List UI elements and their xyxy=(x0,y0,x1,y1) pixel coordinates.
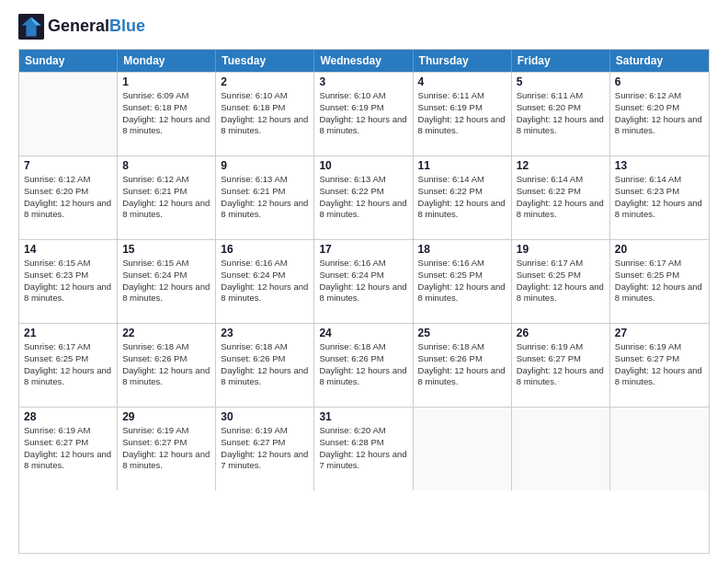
calendar: SundayMondayTuesdayWednesdayThursdayFrid… xyxy=(18,49,710,554)
calendar-cell: 22Sunrise: 6:18 AMSunset: 6:26 PMDayligh… xyxy=(118,324,216,407)
calendar-cell: 24Sunrise: 6:18 AMSunset: 6:26 PMDayligh… xyxy=(314,324,413,407)
day-number: 23 xyxy=(221,327,309,339)
day-number: 14 xyxy=(24,243,112,256)
weekday-header-tuesday: Tuesday xyxy=(216,50,314,72)
day-info: Sunrise: 6:14 AMSunset: 6:23 PMDaylight:… xyxy=(615,174,704,221)
day-info: Sunrise: 6:10 AMSunset: 6:19 PMDaylight:… xyxy=(319,90,407,137)
day-number: 7 xyxy=(24,159,112,172)
calendar-cell: 1Sunrise: 6:09 AMSunset: 6:18 PMDaylight… xyxy=(118,73,216,155)
day-info: Sunrise: 6:20 AMSunset: 6:28 PMDaylight:… xyxy=(319,425,407,472)
calendar-cell: 31Sunrise: 6:20 AMSunset: 6:28 PMDayligh… xyxy=(314,408,413,490)
day-number: 6 xyxy=(615,75,704,88)
day-number: 17 xyxy=(319,243,407,256)
logo: GeneralBlue xyxy=(18,14,145,40)
calendar-cell: 18Sunrise: 6:16 AMSunset: 6:25 PMDayligh… xyxy=(414,240,512,323)
day-number: 18 xyxy=(418,243,506,256)
day-info: Sunrise: 6:14 AMSunset: 6:22 PMDaylight:… xyxy=(418,174,506,221)
day-info: Sunrise: 6:17 AMSunset: 6:25 PMDaylight:… xyxy=(615,258,704,304)
header: GeneralBlue xyxy=(18,14,710,40)
day-info: Sunrise: 6:13 AMSunset: 6:22 PMDaylight:… xyxy=(319,174,407,221)
day-info: Sunrise: 6:19 AMSunset: 6:27 PMDaylight:… xyxy=(517,341,605,388)
day-number: 22 xyxy=(122,327,210,339)
calendar-cell: 16Sunrise: 6:16 AMSunset: 6:24 PMDayligh… xyxy=(216,240,314,323)
calendar-cell: 19Sunrise: 6:17 AMSunset: 6:25 PMDayligh… xyxy=(512,240,610,323)
day-number: 3 xyxy=(319,75,407,88)
calendar-cell: 27Sunrise: 6:19 AMSunset: 6:27 PMDayligh… xyxy=(610,324,709,407)
day-number: 27 xyxy=(615,327,704,339)
day-number: 10 xyxy=(319,159,407,172)
day-info: Sunrise: 6:11 AMSunset: 6:20 PMDaylight:… xyxy=(517,90,605,137)
weekday-header-friday: Friday xyxy=(512,50,610,72)
day-info: Sunrise: 6:16 AMSunset: 6:24 PMDaylight:… xyxy=(319,258,407,304)
day-info: Sunrise: 6:12 AMSunset: 6:20 PMDaylight:… xyxy=(615,90,704,137)
day-number: 11 xyxy=(418,159,506,172)
day-info: Sunrise: 6:18 AMSunset: 6:26 PMDaylight:… xyxy=(122,341,210,388)
day-number: 5 xyxy=(517,75,605,88)
calendar-cell: 13Sunrise: 6:14 AMSunset: 6:23 PMDayligh… xyxy=(610,156,709,239)
weekday-header-monday: Monday xyxy=(118,50,216,72)
day-info: Sunrise: 6:15 AMSunset: 6:23 PMDaylight:… xyxy=(24,258,112,304)
calendar-cell: 11Sunrise: 6:14 AMSunset: 6:22 PMDayligh… xyxy=(414,156,512,239)
calendar-cell: 8Sunrise: 6:12 AMSunset: 6:21 PMDaylight… xyxy=(118,156,216,239)
day-info: Sunrise: 6:15 AMSunset: 6:24 PMDaylight:… xyxy=(122,258,210,304)
day-number: 9 xyxy=(221,159,309,172)
day-info: Sunrise: 6:19 AMSunset: 6:27 PMDaylight:… xyxy=(24,425,112,472)
calendar-cell xyxy=(512,408,610,490)
day-number: 8 xyxy=(122,159,210,172)
calendar-row-3: 14Sunrise: 6:15 AMSunset: 6:23 PMDayligh… xyxy=(19,239,709,323)
calendar-row-4: 21Sunrise: 6:17 AMSunset: 6:25 PMDayligh… xyxy=(19,323,709,407)
day-info: Sunrise: 6:10 AMSunset: 6:18 PMDaylight:… xyxy=(221,90,309,137)
calendar-cell: 2Sunrise: 6:10 AMSunset: 6:18 PMDaylight… xyxy=(216,73,314,155)
day-info: Sunrise: 6:17 AMSunset: 6:25 PMDaylight:… xyxy=(24,341,112,388)
calendar-cell: 5Sunrise: 6:11 AMSunset: 6:20 PMDaylight… xyxy=(512,73,610,155)
calendar-header: SundayMondayTuesdayWednesdayThursdayFrid… xyxy=(19,50,709,72)
calendar-cell: 9Sunrise: 6:13 AMSunset: 6:21 PMDaylight… xyxy=(216,156,314,239)
calendar-cell: 26Sunrise: 6:19 AMSunset: 6:27 PMDayligh… xyxy=(512,324,610,407)
calendar-cell xyxy=(19,73,118,155)
day-number: 1 xyxy=(122,75,210,88)
calendar-cell: 12Sunrise: 6:14 AMSunset: 6:22 PMDayligh… xyxy=(512,156,610,239)
day-number: 26 xyxy=(517,327,605,339)
calendar-cell: 15Sunrise: 6:15 AMSunset: 6:24 PMDayligh… xyxy=(118,240,216,323)
day-number: 31 xyxy=(319,410,407,423)
day-number: 29 xyxy=(122,410,210,423)
calendar-body: 1Sunrise: 6:09 AMSunset: 6:18 PMDaylight… xyxy=(19,72,709,490)
general-blue-icon xyxy=(18,14,44,40)
calendar-cell xyxy=(610,408,709,490)
day-info: Sunrise: 6:17 AMSunset: 6:25 PMDaylight:… xyxy=(517,258,605,304)
day-number: 19 xyxy=(517,243,605,256)
weekday-header-sunday: Sunday xyxy=(19,50,118,72)
day-number: 20 xyxy=(615,243,704,256)
calendar-cell: 3Sunrise: 6:10 AMSunset: 6:19 PMDaylight… xyxy=(314,73,413,155)
day-info: Sunrise: 6:14 AMSunset: 6:22 PMDaylight:… xyxy=(517,174,605,221)
day-number: 15 xyxy=(122,243,210,256)
day-info: Sunrise: 6:18 AMSunset: 6:26 PMDaylight:… xyxy=(418,341,506,388)
day-info: Sunrise: 6:16 AMSunset: 6:24 PMDaylight:… xyxy=(221,258,309,304)
day-number: 2 xyxy=(221,75,309,88)
calendar-cell: 14Sunrise: 6:15 AMSunset: 6:23 PMDayligh… xyxy=(19,240,118,323)
day-number: 21 xyxy=(24,327,112,339)
weekday-header-wednesday: Wednesday xyxy=(314,50,413,72)
calendar-row-2: 7Sunrise: 6:12 AMSunset: 6:20 PMDaylight… xyxy=(19,155,709,239)
day-info: Sunrise: 6:19 AMSunset: 6:27 PMDaylight:… xyxy=(122,425,210,472)
calendar-cell: 17Sunrise: 6:16 AMSunset: 6:24 PMDayligh… xyxy=(314,240,413,323)
weekday-header-saturday: Saturday xyxy=(610,50,709,72)
day-info: Sunrise: 6:11 AMSunset: 6:19 PMDaylight:… xyxy=(418,90,506,137)
day-info: Sunrise: 6:13 AMSunset: 6:21 PMDaylight:… xyxy=(221,174,309,221)
calendar-cell: 7Sunrise: 6:12 AMSunset: 6:20 PMDaylight… xyxy=(19,156,118,239)
calendar-cell: 4Sunrise: 6:11 AMSunset: 6:19 PMDaylight… xyxy=(414,73,512,155)
calendar-row-1: 1Sunrise: 6:09 AMSunset: 6:18 PMDaylight… xyxy=(19,72,709,155)
day-number: 24 xyxy=(319,327,407,339)
day-info: Sunrise: 6:19 AMSunset: 6:27 PMDaylight:… xyxy=(221,425,309,472)
calendar-cell: 29Sunrise: 6:19 AMSunset: 6:27 PMDayligh… xyxy=(118,408,216,490)
day-number: 4 xyxy=(418,75,506,88)
weekday-header-thursday: Thursday xyxy=(414,50,512,72)
logo-text: GeneralBlue xyxy=(48,17,145,36)
day-info: Sunrise: 6:18 AMSunset: 6:26 PMDaylight:… xyxy=(319,341,407,388)
day-number: 30 xyxy=(221,410,309,423)
day-info: Sunrise: 6:12 AMSunset: 6:20 PMDaylight:… xyxy=(24,174,112,221)
day-info: Sunrise: 6:18 AMSunset: 6:26 PMDaylight:… xyxy=(221,341,309,388)
calendar-cell xyxy=(414,408,512,490)
calendar-cell: 28Sunrise: 6:19 AMSunset: 6:27 PMDayligh… xyxy=(19,408,118,490)
day-number: 13 xyxy=(615,159,704,172)
